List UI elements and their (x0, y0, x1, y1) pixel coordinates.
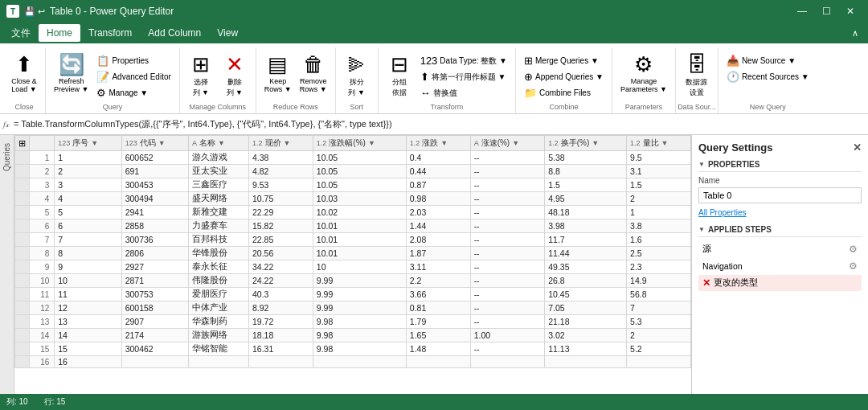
data-type-button[interactable]: 123 Data Type: 整数 ▼ (417, 53, 510, 68)
close-button[interactable]: ✕ (839, 3, 862, 19)
table-cell: 10.45 (545, 288, 627, 301)
menu-view[interactable]: View (209, 24, 246, 42)
table-cell: 49.35 (545, 260, 627, 274)
filter-name[interactable]: ▼ (218, 139, 225, 147)
query-group-label: Query (103, 103, 123, 111)
row-expand-cell (15, 192, 30, 206)
filter-code[interactable]: ▼ (158, 139, 166, 147)
filter-seq[interactable]: ▼ (91, 139, 98, 147)
query-settings-close[interactable]: ✕ (853, 141, 862, 154)
combine-files-button[interactable]: 📁 Combine Files (521, 85, 607, 100)
col-header-speed[interactable]: A 涨速(%) ▼ (470, 136, 545, 151)
use-first-row-button[interactable]: ⬆ 将第一行用作标题 ▼ (417, 69, 510, 84)
row-expand-cell (15, 329, 30, 342)
col-header-turnover[interactable]: 1.2 换手(%) ▼ (545, 136, 627, 151)
keep-rows-button[interactable]: ▤ KeepRows ▼ (261, 51, 295, 105)
step-source[interactable]: 源 ⚙ (698, 241, 862, 257)
table-row: 77300736百邦科技22.8510.012.08--11.71.6 (15, 233, 691, 247)
all-properties-link[interactable]: All Properties (698, 208, 746, 217)
split-column-icon: ⫸ (346, 52, 367, 77)
minimize-button[interactable]: — (791, 3, 813, 19)
menu-home[interactable]: Home (39, 24, 80, 42)
filter-speed[interactable]: ▼ (512, 139, 519, 147)
manage-parameters-button[interactable]: ⚙ ManageParameters ▼ (617, 51, 670, 105)
filter-change[interactable]: ▼ (440, 139, 448, 147)
remove-columns-button[interactable]: ✕ 删除列 ▼ (219, 51, 251, 109)
refresh-preview-button[interactable]: 🔄 RefreshPreview ▼ (51, 51, 92, 105)
table-cell: 12 (55, 301, 121, 315)
title-bar: T 💾 ↩ Table 0 - Power Query Editor — ☐ ✕ (0, 0, 868, 23)
table-cell: 16 (55, 356, 121, 368)
replace-values-icon: ↔ (420, 87, 431, 99)
properties-button[interactable]: 📋 Properties (93, 53, 174, 68)
table-cell: -- (470, 260, 545, 274)
table-header-row: ⊞ 123 序号 ▼ 123 代码 ▼ (15, 136, 691, 151)
title-bar-title: Table 0 - Power Query Editor (50, 6, 174, 17)
table-row: 1515300462华铭智能16.319.981.48--11.135.2 (15, 342, 691, 356)
filter-turnover[interactable]: ▼ (592, 139, 599, 147)
col-header-pct[interactable]: 1.2 涨跌幅(%) ▼ (313, 136, 406, 151)
row-number: 3 (30, 178, 55, 192)
table-cell: 2.2 (406, 274, 470, 288)
datasource-settings-button[interactable]: 🗄 数据源设置 (681, 51, 713, 109)
table-cell: 300494 (121, 192, 188, 206)
col-header-price[interactable]: 1.2 现价 ▼ (248, 136, 313, 151)
maximize-button[interactable]: ☐ (815, 3, 837, 19)
menu-file[interactable]: 文件 (3, 23, 39, 43)
manage-button[interactable]: ⚙ Manage ▼ (93, 85, 174, 100)
col-header-name[interactable]: A 名称 ▼ (189, 136, 249, 151)
table-cell: 力盛赛车 (189, 219, 249, 233)
choose-columns-button[interactable]: ⊞ 选择列 ▼ (185, 51, 217, 109)
step-source-gear[interactable]: ⚙ (849, 244, 858, 255)
col-header-change[interactable]: 1.2 涨跌 ▼ (406, 136, 470, 151)
replace-values-button[interactable]: ↔ 替换值 (417, 85, 510, 100)
new-source-button[interactable]: 📥 New Source ▼ (723, 53, 813, 68)
table-cell: 2871 (121, 274, 188, 288)
status-columns: 列: 10 (6, 396, 28, 408)
table-cell: 8.92 (248, 301, 313, 315)
group-by-icon: ⊟ (391, 52, 408, 77)
menu-transform[interactable]: Transform (80, 24, 140, 42)
table-area[interactable]: ⊞ 123 序号 ▼ 123 代码 ▼ (14, 135, 691, 394)
step-nav-gear[interactable]: ⚙ (849, 260, 858, 272)
menu-add-column[interactable]: Add Column (140, 24, 209, 42)
recent-sources-button[interactable]: 🕐 Recent Sources ▼ (723, 69, 813, 84)
split-column-button[interactable]: ⫸ 拆分列 ▼ (341, 51, 373, 109)
table-cell: 11.13 (545, 342, 627, 356)
append-queries-button[interactable]: ⊕ Append Queries ▼ (521, 69, 607, 84)
table-cell: 26.8 (545, 274, 627, 288)
table-cell: 9.53 (248, 178, 313, 192)
table-cell: 10.01 (313, 233, 406, 247)
table-cell: 5.38 (545, 151, 627, 165)
ribbon-group-new-query: 📥 New Source ▼ 🕐 Recent Sources ▼ New Qu… (719, 47, 817, 113)
col-header-code[interactable]: 123 代码 ▼ (121, 136, 188, 151)
col-header-volratio[interactable]: 1.2 量比 ▼ (627, 136, 691, 151)
step-changed-type[interactable]: ✕ 更改的类型 (698, 275, 862, 291)
ribbon-collapse-btn[interactable]: ∧ (852, 28, 865, 39)
query-name-input[interactable] (698, 187, 862, 203)
table-cell: 新雅交建 (189, 206, 249, 219)
filter-pct[interactable]: ▼ (368, 139, 375, 147)
table-cell: 中体产业 (189, 301, 249, 315)
group-by-button[interactable]: ⊟ 分组依据 (383, 51, 416, 109)
table-cell: 1.44 (406, 219, 470, 233)
manage-params-icon: ⚙ (634, 52, 653, 77)
transform-label: Transform (430, 103, 463, 111)
table-cell: 游久游戏 (189, 151, 249, 165)
table-cell: 34.22 (248, 260, 313, 274)
table-cell: 3.8 (627, 219, 691, 233)
table-row: 552941新雅交建22.2910.022.03--48.181 (15, 206, 691, 219)
advanced-editor-button[interactable]: 📝 Advanced Editor (93, 69, 174, 84)
formula-input[interactable] (14, 120, 865, 129)
merge-queries-button[interactable]: ⊞ Merge Queries ▼ (521, 53, 607, 68)
filter-volratio[interactable]: ▼ (661, 139, 669, 147)
filter-price[interactable]: ▼ (284, 139, 291, 147)
table-cell: 10.75 (248, 192, 313, 206)
table-cell: 24.22 (248, 274, 313, 288)
step-navigation[interactable]: Navigation ⚙ (698, 258, 862, 274)
table-row: 882806华锋股份20.5610.011.87--11.442.5 (15, 247, 691, 260)
close-load-button[interactable]: ⬆ Close &Load ▼ (8, 51, 40, 105)
remove-rows-button[interactable]: 🗑 RemoveRows ▼ (297, 51, 330, 105)
expand-col[interactable]: ⊞ (15, 136, 30, 151)
col-header-seq[interactable]: 123 序号 ▼ (55, 136, 121, 151)
